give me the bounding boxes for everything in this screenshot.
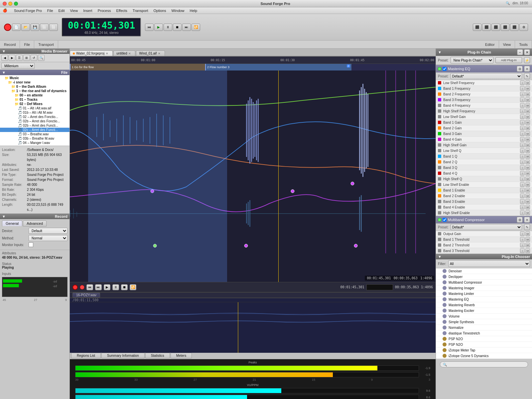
chooser-item-psp-n2o-12[interactable]: PSP N2O xyxy=(436,336,532,342)
plugin-chooser-header[interactable]: ▼ Plug-In Chooser xyxy=(436,254,532,259)
eq-icon-edit[interactable]: ↕ xyxy=(520,137,525,142)
transport-new[interactable]: 📄 xyxy=(12,24,21,31)
menu-effects[interactable]: Effects xyxy=(116,9,127,13)
tree-item-02b---arret-des-functi---[interactable]: 🎵 02b – Arret des Functi... xyxy=(0,123,69,128)
record-tab-general[interactable]: General xyxy=(2,220,22,226)
menu-file[interactable]: File xyxy=(47,9,53,13)
eq-icon-midi[interactable]: M xyxy=(525,194,530,198)
mastering-eq-preset-select[interactable]: Default* xyxy=(451,73,522,79)
chooser-item-mastering-exciter-7[interactable]: Mastering Exciter xyxy=(436,308,532,314)
media-list-btn[interactable]: ☰ xyxy=(16,55,23,61)
record-button[interactable] xyxy=(4,24,11,31)
eq-icon-midi[interactable]: M xyxy=(525,210,530,215)
play2-btn-small[interactable]: ▶ xyxy=(104,284,110,290)
stop2-btn-small[interactable]: ⏹ xyxy=(121,284,128,290)
stop-indicator[interactable] xyxy=(80,285,84,290)
comp-icon-edit[interactable]: ↕ xyxy=(520,237,525,242)
waveform-area[interactable]: 00:01:45,301 00:00:35,063 1:4096 xyxy=(70,70,436,282)
eq-icon-edit[interactable]: ↕ xyxy=(520,92,525,96)
menu-edit[interactable]: Edit xyxy=(59,9,65,13)
prev2-btn-small[interactable]: ⏭ xyxy=(95,284,102,290)
tree-item-01b---alt-i-alt-m-wav[interactable]: 🎵 01b – Alt i Alt M.wav xyxy=(0,110,69,115)
tree-item-music[interactable]: 📁 Music xyxy=(0,76,69,80)
layout-btn1[interactable]: ⬛ xyxy=(473,24,481,31)
monitor-checkbox[interactable] xyxy=(29,242,33,247)
mastering-eq-checkbox[interactable] xyxy=(443,67,447,71)
multiband-comp-preset-select[interactable]: Default* xyxy=(451,224,522,230)
position-input[interactable] xyxy=(366,284,393,290)
eq-icon-midi[interactable]: M xyxy=(525,80,530,85)
chooser-item-izotope-ozone-5-dynamics-15[interactable]: iZotope Ozone 5 Dynamics xyxy=(436,353,532,359)
menu-options[interactable]: Options xyxy=(154,9,166,13)
play-btn[interactable]: ▶ xyxy=(154,24,163,31)
eq-icon-edit[interactable]: ↕ xyxy=(520,114,525,119)
eq-icon-midi[interactable]: M xyxy=(525,188,530,193)
media-search-btn[interactable]: 🔍 xyxy=(38,55,45,61)
prev-btn-small[interactable]: ⏮ xyxy=(86,284,93,290)
chooser-item-mastering-limiter-4[interactable]: Mastering Limiter xyxy=(436,291,532,297)
chooser-item-mastering-imager-3[interactable]: Mastering Imager xyxy=(436,285,532,291)
plugin-chain-minus[interactable]: − xyxy=(517,49,523,55)
record-btn-small[interactable] xyxy=(72,285,78,290)
layout-btn3[interactable]: ⬛ xyxy=(491,24,500,31)
add-plugin-btn[interactable]: Add Plug-In xyxy=(495,57,522,63)
multiband-comp-power[interactable] xyxy=(438,218,441,221)
eq-icon-edit[interactable]: ↕ xyxy=(520,165,525,170)
transport-open[interactable]: 📂 xyxy=(21,24,30,31)
multiband-comp-edit[interactable]: ✎ xyxy=(524,224,530,230)
tree-item-02---arret-des-fonctio---[interactable]: 🎵 02 – Arret des Fonctio... xyxy=(0,115,69,119)
eq-icon-midi[interactable]: M xyxy=(525,92,530,96)
eq-icon-midi[interactable]: M xyxy=(525,109,530,113)
eq-icon-midi[interactable]: M xyxy=(525,199,530,204)
mastering-eq-close[interactable]: ✕ xyxy=(524,66,530,72)
eq-icon-midi[interactable]: M xyxy=(525,148,530,153)
layout-btn2[interactable]: ⬛ xyxy=(482,24,491,31)
tree-item--i-snor-new[interactable]: 📁 -i snor new xyxy=(0,80,69,84)
comp-icon-midi[interactable]: M xyxy=(525,237,530,242)
eq-icon-edit[interactable]: ↕ xyxy=(520,194,525,198)
transport-extra1[interactable]: ⬜ xyxy=(40,24,49,31)
tab-meters[interactable]: Meters xyxy=(171,353,192,358)
pause-btn[interactable]: ⏸ xyxy=(164,24,172,31)
mastering-eq-power[interactable] xyxy=(438,67,441,70)
layout-btn4[interactable]: ⬛ xyxy=(501,24,509,31)
tree-item-0---the-dark-album[interactable]: 📁 0 – the Dark Album xyxy=(0,84,69,89)
multiband-comp-close[interactable]: ✕ xyxy=(524,217,530,223)
comp-icon-midi[interactable]: M xyxy=(525,248,530,253)
eq-icon-midi[interactable]: M xyxy=(525,137,530,142)
tab-statistics[interactable]: Statistics xyxy=(145,353,170,358)
media-grid-btn[interactable]: ⊞ xyxy=(23,55,30,61)
eq-icon-midi[interactable]: M xyxy=(525,165,530,170)
menu-view[interactable]: View xyxy=(70,9,78,13)
chooser-item-mastering-reverb-6[interactable]: Mastering Reverb xyxy=(436,302,532,308)
comp-icon-midi[interactable]: M xyxy=(525,231,530,236)
plugin-chain-close[interactable]: ✕ xyxy=(524,49,530,55)
tree-item-04---manger-l-wav[interactable]: 🎵 04 – Manger l.wav xyxy=(0,141,69,145)
plugin-chain-header[interactable]: ▼ Plug-In Chain − ✕ xyxy=(436,49,532,56)
eq-icon-midi[interactable]: M xyxy=(525,114,530,119)
chooser-search-input[interactable] xyxy=(440,361,528,367)
chooser-item-izotope-meter-tap-14[interactable]: iZotope Meter Tap xyxy=(436,347,532,353)
comp-icon-edit[interactable]: ↕ xyxy=(520,248,525,253)
tab-regions-list[interactable]: Regions List xyxy=(71,353,101,358)
tab-untitled-close[interactable]: ✕ xyxy=(128,52,131,55)
eq-icon-edit[interactable]: ↕ xyxy=(520,109,525,113)
tab-summary[interactable]: Summary Information xyxy=(101,353,145,358)
media-browser-header[interactable]: ▼ Media Browser xyxy=(0,49,69,54)
tree-item-02b---arret-des-fonctio---[interactable]: 🎵 02b – Arret des Fonctio... xyxy=(0,119,69,123)
apple-menu[interactable]: 🍎 xyxy=(3,8,7,13)
multiband-comp-settings[interactable]: ⚙ xyxy=(517,217,523,223)
mastering-eq-settings[interactable]: ⚙ xyxy=(517,66,523,72)
tree-item-1---the-rise-and-fall-of-dynamics[interactable]: 📁 1 – the rise and fall of dynamics xyxy=(0,89,69,93)
region-bar[interactable]: 1 Go for the flow 2 Flow number 3 2 xyxy=(70,64,436,70)
eq-icon-midi[interactable]: M xyxy=(525,126,530,130)
bottom-waveform[interactable] xyxy=(70,302,436,353)
eq-icon-edit[interactable]: ↕ xyxy=(520,182,525,187)
multiband-comp-checkbox[interactable] xyxy=(443,218,447,222)
tab-wind-close[interactable]: ✕ xyxy=(158,52,161,55)
eq-icon-edit[interactable]: ↕ xyxy=(520,143,525,147)
plugin-chain-preset[interactable]: New Plug-In Chain* xyxy=(451,57,494,64)
eq-icon-midi[interactable]: M xyxy=(525,97,530,102)
comp-icon-midi[interactable]: M xyxy=(525,243,530,247)
chooser-item-denoiser-0[interactable]: Denoiser xyxy=(436,268,532,274)
